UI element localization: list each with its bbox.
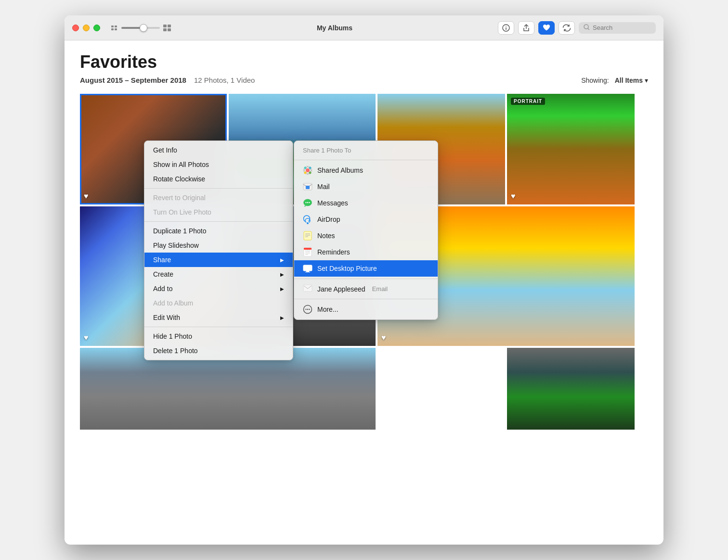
- favorite-button[interactable]: [538, 21, 555, 35]
- svg-point-10: [506, 25, 507, 26]
- submenu-item-airdrop[interactable]: AirDrop: [294, 211, 438, 228]
- menu-separator-1: [144, 188, 293, 189]
- content-area: Favorites August 2015 – September 2018 1…: [65, 40, 663, 545]
- svg-rect-3: [115, 28, 117, 30]
- notes-icon: [303, 231, 312, 241]
- svg-point-45: [309, 309, 310, 310]
- submenu-item-messages[interactable]: Messages: [294, 195, 438, 211]
- rotate-button[interactable]: [559, 21, 575, 35]
- svg-point-44: [307, 309, 308, 310]
- svg-rect-2: [111, 28, 114, 30]
- search-input[interactable]: [593, 24, 651, 31]
- airdrop-icon: [303, 215, 312, 224]
- thumbnail-slider-area: [110, 25, 171, 31]
- svg-point-15: [306, 168, 310, 172]
- reminders-label: Reminders: [317, 248, 350, 256]
- menu-item-share[interactable]: Share ▶: [144, 253, 293, 267]
- context-menu: Get Info Show in All Photos Rotate Clock…: [144, 140, 293, 360]
- favorite-icon-4: ♥: [511, 192, 516, 201]
- shared-albums-icon: [303, 165, 312, 175]
- menu-item-duplicate[interactable]: Duplicate 1 Photo: [144, 224, 293, 238]
- menu-item-turn-on-live[interactable]: Turn On Live Photo: [144, 205, 293, 219]
- svg-point-27: [307, 222, 309, 224]
- email-contact-label: Jane Appleseed: [317, 285, 365, 293]
- submenu-item-shared-albums[interactable]: Shared Albums: [294, 162, 438, 178]
- favorite-icon-5: ♥: [84, 333, 89, 342]
- svg-rect-38: [303, 265, 312, 271]
- svg-point-43: [305, 309, 306, 310]
- submenu-separator-2: [294, 279, 438, 279]
- submenu-item-mail[interactable]: Mail: [294, 178, 438, 195]
- menu-item-get-info[interactable]: Get Info: [144, 143, 293, 157]
- share-button[interactable]: [518, 21, 534, 35]
- svg-rect-21: [306, 186, 310, 189]
- submenu-item-reminders[interactable]: Reminders: [294, 244, 438, 260]
- svg-point-12: [584, 25, 588, 29]
- portrait-badge: PORTRAIT: [511, 98, 545, 105]
- airdrop-label: AirDrop: [317, 216, 340, 223]
- thumbnail-large-icon: [163, 25, 171, 31]
- create-submenu-arrow: ▶: [280, 272, 284, 277]
- submenu-item-notes[interactable]: Notes: [294, 228, 438, 244]
- menu-item-play-slideshow[interactable]: Play Slideshow: [144, 238, 293, 253]
- set-desktop-icon: [303, 264, 312, 273]
- svg-point-17: [309, 167, 312, 169]
- menu-item-rotate-clockwise[interactable]: Rotate Clockwise: [144, 172, 293, 186]
- messages-icon: [303, 198, 312, 208]
- info-button[interactable]: [498, 21, 514, 35]
- menu-item-create[interactable]: Create ▶: [144, 267, 293, 281]
- svg-line-13: [588, 28, 589, 30]
- showing-label: Showing:: [581, 76, 609, 84]
- svg-rect-41: [303, 285, 312, 292]
- set-desktop-label: Set Desktop Picture: [317, 265, 377, 272]
- email-contact-sublabel: Email: [372, 285, 388, 293]
- menu-item-hide[interactable]: Hide 1 Photo: [144, 329, 293, 344]
- svg-rect-0: [111, 25, 114, 27]
- minimize-button[interactable]: [83, 25, 90, 31]
- close-button[interactable]: [72, 25, 79, 31]
- menu-item-show-all-photos[interactable]: Show in All Photos: [144, 157, 293, 172]
- menu-item-revert-original[interactable]: Revert to Original: [144, 191, 293, 205]
- showing-arrow-icon: ▾: [645, 76, 648, 84]
- mail-label: Mail: [317, 183, 330, 191]
- photo-cell-9[interactable]: [507, 348, 635, 430]
- search-box[interactable]: [579, 22, 656, 34]
- svg-rect-6: [163, 28, 167, 31]
- svg-point-19: [309, 172, 312, 174]
- search-icon: [584, 24, 590, 32]
- svg-rect-37: [304, 248, 312, 250]
- traffic-lights: [72, 25, 100, 31]
- favorite-icon-7: ♥: [381, 333, 386, 342]
- page-title: Favorites: [80, 52, 648, 72]
- showing-value: All Items: [615, 76, 643, 84]
- svg-rect-4: [163, 25, 167, 27]
- svg-rect-5: [168, 25, 171, 27]
- menu-item-add-to-album[interactable]: Add to Album: [144, 296, 293, 310]
- favorite-icon-1: ♥: [84, 192, 89, 201]
- email-contact-icon: [303, 284, 312, 293]
- fullscreen-button[interactable]: [93, 25, 100, 31]
- svg-rect-39: [306, 271, 309, 272]
- thumbnail-small-icon: [110, 25, 118, 31]
- submenu-separator-3: [294, 299, 438, 299]
- showing-control[interactable]: Showing: All Items ▾: [581, 76, 648, 84]
- svg-point-26: [309, 202, 310, 203]
- svg-point-18: [304, 172, 307, 174]
- menu-item-edit-with[interactable]: Edit With ▶: [144, 310, 293, 325]
- submenu-item-set-desktop[interactable]: Set Desktop Picture: [294, 260, 438, 277]
- submenu-item-more[interactable]: More...: [294, 301, 438, 318]
- more-label: More...: [317, 305, 338, 313]
- photo-cell-4[interactable]: PORTRAIT ♥: [507, 94, 635, 204]
- menu-item-add-to[interactable]: Add to ▶: [144, 281, 293, 296]
- menu-item-delete[interactable]: Delete 1 Photo: [144, 344, 293, 358]
- svg-point-25: [307, 202, 308, 203]
- main-window: My Albums: [65, 15, 663, 545]
- submenu-item-email[interactable]: Jane Appleseed Email: [294, 281, 438, 297]
- svg-point-16: [304, 167, 307, 169]
- svg-rect-28: [304, 231, 312, 240]
- submenu-title: Share 1 Photo To: [294, 143, 438, 158]
- share-submenu: Share 1 Photo To Shared Albums: [294, 140, 438, 320]
- titlebar: My Albums: [65, 15, 663, 40]
- menu-separator-2: [144, 221, 293, 222]
- thumbnail-size-slider[interactable]: [121, 27, 160, 29]
